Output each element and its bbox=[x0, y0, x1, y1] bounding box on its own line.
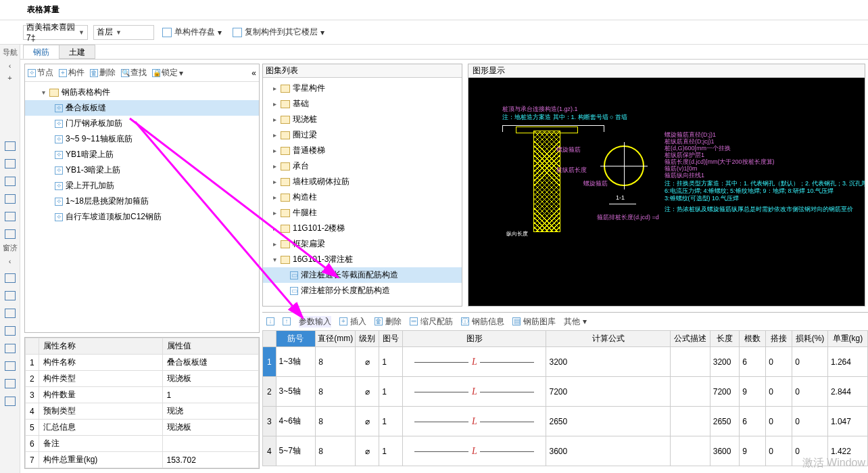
col-header[interactable]: 直径(mm) bbox=[316, 331, 356, 347]
tree-item[interactable]: ✧YB1-3暗梁上筋 bbox=[25, 162, 259, 178]
cell-calc[interactable]: 7200 bbox=[546, 377, 671, 407]
cell-id[interactable]: 5~7轴 bbox=[276, 436, 316, 466]
cell-lap[interactable]: 0 bbox=[766, 347, 792, 377]
cell-lap[interactable]: 0 bbox=[766, 436, 792, 466]
expand-icon[interactable]: ▸ bbox=[271, 100, 278, 108]
cell-wt[interactable]: 1.047 bbox=[827, 407, 867, 436]
cell-wt[interactable]: 2.844 bbox=[827, 377, 867, 407]
cell-level[interactable]: ⌀ bbox=[356, 436, 379, 466]
catalog-child[interactable]: ▭灌注桩通长等截面配筋构造 bbox=[263, 267, 462, 283]
tree-item[interactable]: ✧1~18层悬挑梁附加箍筋 bbox=[25, 194, 259, 209]
prop-value[interactable] bbox=[162, 436, 258, 452]
cell-len[interactable]: 3200 bbox=[710, 347, 740, 377]
cell-draw[interactable]: 1 bbox=[379, 407, 403, 436]
expand-icon[interactable]: ▸ bbox=[271, 162, 278, 170]
export-icon[interactable]: ↑ bbox=[283, 317, 291, 325]
insert-button[interactable]: +插入 bbox=[339, 316, 366, 328]
nav-icon-10[interactable] bbox=[5, 326, 16, 336]
expand-icon[interactable]: ▸ bbox=[271, 178, 278, 185]
nav-icon-11[interactable] bbox=[5, 344, 16, 353]
cell-wt[interactable]: 1.264 bbox=[827, 347, 867, 377]
project-selector[interactable]: 西美福来喜园7‡▼ bbox=[23, 25, 88, 40]
cell-lap[interactable]: 0 bbox=[766, 377, 792, 407]
cell-calc[interactable]: 2650 bbox=[546, 407, 671, 436]
nav-icon-8[interactable] bbox=[5, 291, 16, 300]
cell-len[interactable]: 2650 bbox=[710, 407, 740, 436]
prop-value[interactable]: 现浇板 bbox=[162, 371, 258, 387]
param-input-button[interactable]: 参数输入 bbox=[299, 316, 331, 328]
floor-selector[interactable]: 首层▼ bbox=[93, 25, 154, 40]
tree-item[interactable]: ✧梁上开孔加筋 bbox=[25, 178, 259, 194]
rebar-info-button[interactable]: ⓘ钢筋信息 bbox=[461, 316, 504, 328]
chevron-left-icon[interactable]: « bbox=[251, 68, 256, 78]
tree-item[interactable]: ✧叠合板板缝 bbox=[25, 100, 259, 116]
cell-cnt[interactable]: 6 bbox=[740, 347, 766, 377]
cell-desc[interactable] bbox=[671, 377, 710, 407]
member-button[interactable]: +构件 bbox=[59, 67, 85, 78]
save-single-button[interactable]: 单构件存盘▾ bbox=[160, 25, 224, 39]
cell-loss[interactable]: 0 bbox=[792, 347, 828, 377]
expand-icon[interactable]: ▸ bbox=[271, 225, 278, 232]
col-header[interactable]: 图形 bbox=[403, 331, 546, 347]
expand-icon[interactable]: ▸ bbox=[271, 240, 278, 248]
grid-delete-button[interactable]: 🗑删除 bbox=[375, 316, 402, 328]
cell-shape[interactable]: L bbox=[403, 436, 546, 466]
expand-icon[interactable]: ▸ bbox=[271, 147, 278, 154]
table-row[interactable]: 11~3轴8⌀1L320032006001.264 bbox=[263, 347, 868, 377]
col-header[interactable]: 计算公式 bbox=[546, 331, 671, 347]
tree-item[interactable]: ✧门厅钢承板加筋 bbox=[25, 116, 259, 131]
catalog-item[interactable]: ▸构造柱 bbox=[263, 189, 462, 205]
catalog-item[interactable]: ▸框架扁梁 bbox=[263, 236, 462, 252]
catalog-item[interactable]: ▸墙柱或砌体拉筋 bbox=[263, 174, 462, 189]
col-header[interactable]: 搭接 bbox=[766, 331, 792, 347]
tree-root[interactable]: ▾钢筋表格构件 bbox=[25, 85, 259, 100]
nav-icon-7[interactable] bbox=[5, 273, 16, 283]
nav-icon-1[interactable] bbox=[5, 141, 16, 151]
cell-desc[interactable] bbox=[671, 347, 710, 377]
nav-icon-13[interactable] bbox=[5, 379, 16, 388]
expand-icon[interactable]: ▸ bbox=[271, 116, 278, 123]
col-header[interactable]: 级别 bbox=[356, 331, 379, 347]
cell-desc[interactable] bbox=[671, 407, 710, 436]
catalog-item[interactable]: ▸牛腿柱 bbox=[263, 205, 462, 221]
cell-level[interactable]: ⌀ bbox=[356, 407, 379, 436]
catalog-item[interactable]: ▸11G101-2楼梯 bbox=[263, 221, 462, 236]
cell-cnt[interactable]: 9 bbox=[740, 436, 766, 466]
prop-value[interactable]: 153.702 bbox=[162, 452, 258, 468]
tab-rebar[interactable]: 钢筋 bbox=[23, 45, 59, 59]
table-row[interactable]: 34~6轴8⌀1L265026506001.047 bbox=[263, 407, 868, 436]
expand-icon[interactable]: ▸ bbox=[271, 194, 278, 201]
cell-level[interactable]: ⌀ bbox=[356, 377, 379, 407]
cell-lap[interactable]: 0 bbox=[766, 407, 792, 436]
nav-icon-4[interactable] bbox=[5, 194, 16, 204]
catalog-item[interactable]: ▸承台 bbox=[263, 158, 462, 174]
table-row[interactable]: 45~7轴8⌀1L360036009001.422 bbox=[263, 436, 868, 466]
expand-icon[interactable]: ▸ bbox=[271, 131, 278, 139]
nav-icon-2[interactable] bbox=[5, 159, 16, 168]
col-header[interactable]: 损耗(%) bbox=[792, 331, 828, 347]
rebar-library-button[interactable]: ▤钢筋图库 bbox=[512, 316, 556, 328]
cell-shape[interactable]: L bbox=[403, 347, 546, 377]
tree-item[interactable]: ✧YB1暗梁上筋 bbox=[25, 147, 259, 162]
cell-draw[interactable]: 1 bbox=[379, 347, 403, 377]
collapse-icon[interactable]: ▾ bbox=[40, 89, 47, 96]
cell-dia[interactable]: 8 bbox=[316, 436, 356, 466]
cell-cnt[interactable]: 6 bbox=[740, 407, 766, 436]
col-header[interactable]: 图号 bbox=[379, 331, 403, 347]
cell-dia[interactable]: 8 bbox=[316, 347, 356, 377]
cell-loss[interactable]: 0 bbox=[792, 407, 828, 436]
cell-cnt[interactable]: 9 bbox=[740, 377, 766, 407]
cell-level[interactable]: ⌀ bbox=[356, 347, 379, 377]
node-button[interactable]: ✧节点 bbox=[28, 67, 53, 78]
scale-rebar-button[interactable]: ═缩尺配筋 bbox=[410, 316, 453, 328]
delete-button[interactable]: 🗑删除 bbox=[90, 67, 116, 78]
catalog-item[interactable]: ▸圈过梁 bbox=[263, 127, 462, 143]
cell-loss[interactable]: 0 bbox=[792, 377, 828, 407]
prop-value[interactable]: 叠合板板缝 bbox=[162, 355, 258, 371]
expand-icon[interactable]: ▸ bbox=[271, 209, 278, 217]
col-header[interactable]: 长度 bbox=[710, 331, 740, 347]
cell-len[interactable]: 3600 bbox=[710, 436, 740, 466]
import-icon[interactable]: ↓ bbox=[266, 317, 274, 325]
cell-id[interactable]: 1~3轴 bbox=[276, 347, 316, 377]
other-button[interactable]: 其他▾ bbox=[564, 316, 587, 328]
